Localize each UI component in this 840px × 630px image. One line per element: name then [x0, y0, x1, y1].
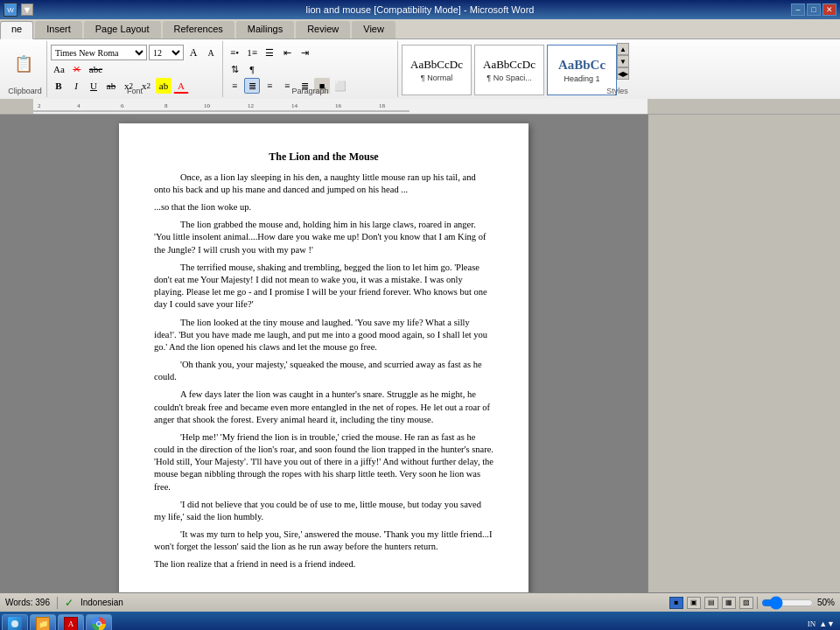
- language-status: Indonesian: [80, 598, 123, 607]
- print-layout-view[interactable]: ■: [669, 597, 683, 609]
- grow-font-button[interactable]: A: [186, 45, 201, 60]
- abc-strikethrough[interactable]: abc: [87, 61, 105, 77]
- taskbar: 📁 A IN ▲▼: [0, 612, 840, 630]
- ruler-scale: 2 4 6 8 10 12 14 16 18: [33, 99, 648, 114]
- start-button[interactable]: [2, 614, 28, 630]
- tray-icons: ▲▼: [819, 620, 835, 628]
- outline-view[interactable]: ▦: [722, 597, 736, 609]
- doc-para-0: Once, as a lion lay sleeping in his den,…: [154, 172, 494, 196]
- window-controls: – □ ✕: [791, 4, 836, 16]
- doc-para-9: 'It was my turn to help you, Sire,' answ…: [154, 528, 494, 553]
- tab-references[interactable]: References: [163, 21, 234, 38]
- paragraph-group-label: Paragraph: [223, 87, 397, 95]
- clipboard-group: 📋 Clipboard: [4, 41, 47, 97]
- shrink-font-button[interactable]: A: [203, 45, 219, 60]
- ruler-left-margin: [0, 99, 33, 114]
- change-case-button[interactable]: Aa: [51, 61, 67, 77]
- status-sep-1: [57, 597, 58, 609]
- numbering-button[interactable]: 1≡: [244, 45, 260, 60]
- document-area: The Lion and the Mouse Once, as a lion l…: [0, 115, 840, 592]
- full-screen-view[interactable]: ▣: [687, 597, 701, 609]
- nospace-preview: AaBbCcDc: [483, 58, 536, 72]
- zoom-slider[interactable]: [761, 598, 814, 607]
- doc-title: The Lion and the Mouse: [154, 150, 494, 164]
- styles-more[interactable]: ◀▶: [617, 67, 629, 80]
- maximize-button[interactable]: □: [807, 4, 821, 16]
- svg-text:18: 18: [379, 102, 386, 109]
- right-panel: [648, 115, 840, 592]
- heading1-label: Heading 1: [564, 74, 599, 83]
- keyboard-indicator: IN: [808, 620, 816, 628]
- ruler-right-panel: [648, 99, 840, 114]
- title-bar-left: W ▼: [4, 3, 33, 17]
- styles-label: Styles: [606, 87, 628, 95]
- word-count-text: Words: 396: [5, 598, 50, 607]
- bullets-button[interactable]: ≡•: [227, 45, 242, 60]
- quick-access[interactable]: ▼: [21, 4, 33, 16]
- tab-view[interactable]: View: [352, 21, 396, 38]
- styles-scrollbar[interactable]: ▲ ▼ ◀▶: [617, 43, 629, 80]
- acrobat-icon: A: [64, 617, 78, 630]
- doc-para-4: The lion looked at the tiny mouse and la…: [154, 317, 494, 354]
- svg-text:2: 2: [38, 102, 41, 109]
- clipboard-label: Clipboard: [4, 87, 46, 95]
- svg-text:12: 12: [248, 102, 255, 109]
- clear-format-button[interactable]: ⨯: [69, 61, 85, 77]
- chrome-button[interactable]: [86, 614, 112, 630]
- status-check: ✓: [65, 597, 74, 609]
- ruler-svg: 2 4 6 8 10 12 14 16 18: [33, 99, 648, 114]
- font-name-select[interactable]: Times New Roma: [51, 45, 147, 60]
- doc-para-1: ...so that the lion woke up.: [154, 201, 494, 214]
- ruler: 2 4 6 8 10 12 14 16 18: [0, 99, 840, 115]
- acrobat-button[interactable]: A: [58, 614, 84, 630]
- decrease-indent[interactable]: ⇤: [279, 45, 295, 60]
- draft-view[interactable]: ▧: [739, 597, 753, 609]
- minimize-button[interactable]: –: [791, 4, 805, 16]
- svg-text:16: 16: [335, 102, 342, 109]
- svg-text:14: 14: [291, 102, 298, 109]
- doc-page[interactable]: The Lion and the Mouse Once, as a lion l…: [119, 123, 528, 592]
- ribbon-content: 📋 Clipboard Times New Roma 12 A A Aa ⨯ a…: [0, 38, 840, 99]
- doc-para-5: 'Oh thank you, your majesty,' squeaked t…: [154, 359, 494, 383]
- title-bar: W ▼ lion and mouse [Compatibility Mode] …: [0, 0, 840, 19]
- style-no-spacing[interactable]: AaBbCcDc ¶ No Spaci...: [474, 45, 544, 95]
- paste-button[interactable]: 📋: [7, 47, 40, 80]
- font-group: Times New Roma 12 A A Aa ⨯ abc B I U ab …: [47, 41, 223, 97]
- sort-button[interactable]: ⇅: [227, 61, 242, 77]
- paragraph-group: ≡• 1≡ ☰ ⇤ ⇥ ⇅ ¶ ≡ ≣ ≡ ≡ ≣ ■ ⬜ Paragraph: [223, 41, 398, 97]
- web-layout-view[interactable]: ▤: [704, 597, 718, 609]
- word-icon: W: [4, 3, 18, 17]
- window-title: lion and mouse [Compatibility Mode] - Mi…: [306, 4, 535, 15]
- explorer-icon: 📁: [36, 617, 50, 630]
- heading1-preview: AaBbCc: [558, 58, 606, 73]
- doc-scroll[interactable]: The Lion and the Mouse Once, as a lion l…: [0, 115, 648, 592]
- system-tray: IN ▲▼: [808, 620, 838, 628]
- styles-scroll-down[interactable]: ▼: [617, 55, 629, 67]
- style-normal[interactable]: AaBbCcDc ¶ Normal: [402, 45, 472, 95]
- multilevel-button[interactable]: ☰: [262, 45, 277, 60]
- styles-scroll-up[interactable]: ▲: [617, 43, 629, 55]
- normal-preview: AaBbCcDc: [410, 58, 463, 72]
- check-icon: ✓: [65, 597, 74, 609]
- tab-insert[interactable]: Insert: [35, 21, 82, 38]
- doc-para-3: The terrified mouse, shaking and trembli…: [154, 262, 494, 312]
- tab-home[interactable]: ne: [0, 21, 33, 39]
- doc-para-6: A few days later the lion was caught in …: [154, 388, 494, 426]
- tab-review[interactable]: Review: [296, 21, 350, 38]
- svg-text:8: 8: [164, 102, 168, 109]
- word-count: Words: 396: [5, 598, 50, 607]
- nospace-label: ¶ No Spaci...: [486, 74, 531, 82]
- increase-indent[interactable]: ⇥: [297, 45, 312, 60]
- explorer-button[interactable]: 📁: [30, 614, 56, 630]
- start-icon: [8, 617, 22, 630]
- doc-para-10: The lion realize that a friend in need i…: [154, 558, 494, 570]
- tab-mailings[interactable]: Mailings: [236, 21, 294, 38]
- doc-para-2: The lion grabbed the mouse and, holding …: [154, 219, 494, 256]
- tab-page-layout[interactable]: Page Layout: [84, 21, 161, 38]
- doc-para-8: 'I did not believe that you could be of …: [154, 499, 494, 523]
- close-button[interactable]: ✕: [822, 4, 836, 16]
- font-size-select[interactable]: 12: [149, 45, 184, 60]
- status-right: ■ ▣ ▤ ▦ ▧ 50%: [669, 597, 835, 609]
- svg-point-10: [11, 620, 18, 627]
- show-hide-button[interactable]: ¶: [244, 61, 260, 77]
